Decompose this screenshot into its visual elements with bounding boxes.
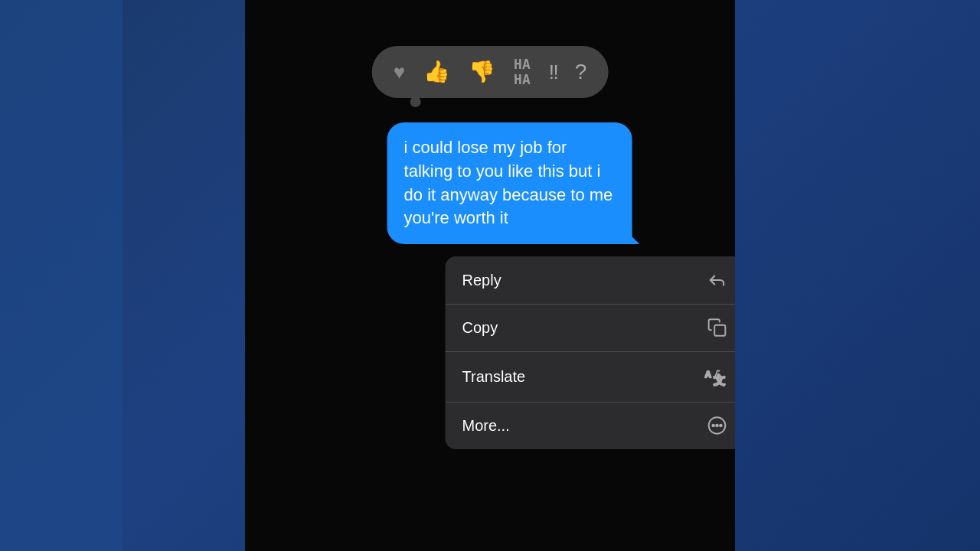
svg-point-5 [716, 425, 718, 427]
more-icon [707, 416, 727, 435]
svg-point-4 [712, 425, 714, 427]
haha-reaction-icon[interactable]: HAHA [514, 57, 531, 87]
copy-menu-item[interactable]: Copy [446, 304, 736, 351]
svg-point-6 [720, 425, 722, 427]
left-panel [0, 0, 122, 551]
phone-frame: ♥ 👍 👎 HAHA ‼ ? i could lose my job for t… [245, 0, 735, 551]
copy-label: Copy [462, 319, 498, 337]
reply-icon [707, 270, 727, 290]
translate-icon: A 文 [704, 365, 727, 388]
heart-reaction-icon[interactable]: ♥ [394, 62, 405, 82]
context-menu: Reply Copy Translate A 文 More.. [446, 256, 736, 449]
reaction-bar: ♥ 👍 👎 HAHA ‼ ? [372, 46, 609, 98]
question-reaction-icon[interactable]: ? [575, 61, 587, 83]
reply-menu-item[interactable]: Reply [446, 256, 736, 304]
message-bubble: i could lose my job for talking to you l… [387, 122, 632, 244]
copy-icon [707, 318, 727, 337]
thumbsup-reaction-icon[interactable]: 👍 [423, 61, 450, 83]
svg-text:A: A [705, 370, 711, 379]
translate-label: Translate [462, 368, 526, 386]
emphasis-reaction-icon[interactable]: ‼ [549, 62, 557, 82]
svg-rect-0 [714, 325, 725, 336]
more-label: More... [462, 417, 510, 435]
thumbsdown-reaction-icon[interactable]: 👎 [469, 61, 495, 83]
reply-label: Reply [462, 272, 501, 289]
translate-menu-item[interactable]: Translate A 文 [446, 351, 736, 402]
more-menu-item[interactable]: More... [446, 402, 736, 449]
message-text: i could lose my job for talking to you l… [404, 138, 613, 227]
